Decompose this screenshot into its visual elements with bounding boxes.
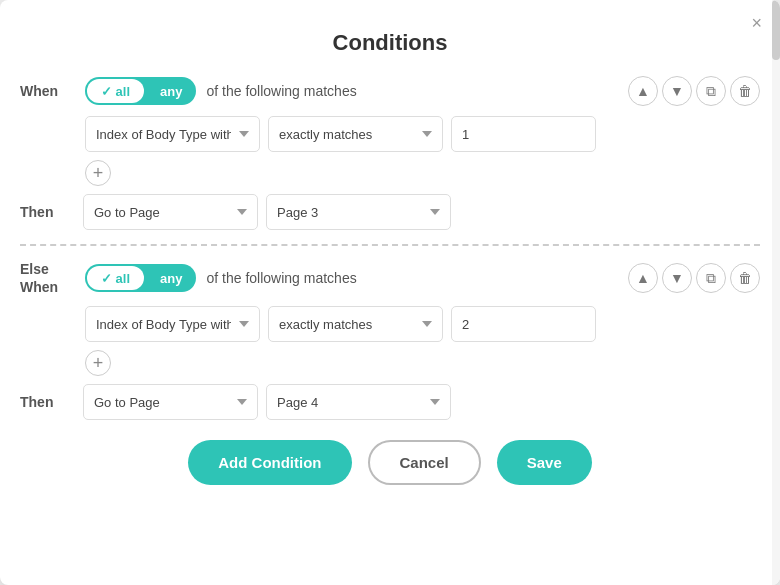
page-field-1[interactable]: Page 3 xyxy=(266,194,451,230)
down-button-1[interactable]: ▼ xyxy=(662,76,692,106)
copy-button-2[interactable]: ⧉ xyxy=(696,263,726,293)
toggle-group-1: ✓ all any xyxy=(85,77,196,105)
footer: Add Condition Cancel Save xyxy=(20,440,760,485)
cancel-button[interactable]: Cancel xyxy=(368,440,481,485)
value-field-2[interactable] xyxy=(451,306,596,342)
add-condition-plus-1[interactable]: + xyxy=(85,160,111,186)
condition-row-1: Index of Body Type with exactly matches xyxy=(20,116,760,152)
toggle-all-1[interactable]: ✓ all xyxy=(87,79,144,103)
toggle-any-2[interactable]: any xyxy=(146,264,196,292)
following-text-1: of the following matches xyxy=(206,83,618,99)
section-2-header: Else When ✓ all any of the following mat… xyxy=(20,260,760,296)
then-label-2: Then xyxy=(20,394,75,410)
section-1: When ✓ all any of the following matches … xyxy=(20,76,760,230)
icon-group-1: ▲ ▼ ⧉ 🗑 xyxy=(628,76,760,106)
section-2: Else When ✓ all any of the following mat… xyxy=(20,260,760,420)
section-1-header: When ✓ all any of the following matches … xyxy=(20,76,760,106)
then-label-1: Then xyxy=(20,204,75,220)
scrollbar-track[interactable] xyxy=(772,0,780,585)
toggle-all-2[interactable]: ✓ all xyxy=(87,266,144,290)
operator-field-2[interactable]: exactly matches xyxy=(268,306,443,342)
condition-row-2: Index of Body Type with exactly matches xyxy=(20,306,760,342)
save-button[interactable]: Save xyxy=(497,440,592,485)
when-label-1: When xyxy=(20,83,75,99)
add-row-1: + xyxy=(20,160,760,186)
up-button-1[interactable]: ▲ xyxy=(628,76,658,106)
condition-field-1[interactable]: Index of Body Type with xyxy=(85,116,260,152)
then-row-2: Then Go to Page Page 4 xyxy=(20,384,760,420)
else-when-label: Else When xyxy=(20,260,75,296)
delete-button-1[interactable]: 🗑 xyxy=(730,76,760,106)
operator-field-1[interactable]: exactly matches xyxy=(268,116,443,152)
add-row-2: + xyxy=(20,350,760,376)
toggle-group-2: ✓ all any xyxy=(85,264,196,292)
copy-button-1[interactable]: ⧉ xyxy=(696,76,726,106)
add-condition-plus-2[interactable]: + xyxy=(85,350,111,376)
following-text-2: of the following matches xyxy=(206,270,618,286)
then-row-1: Then Go to Page Page 3 xyxy=(20,194,760,230)
condition-field-2[interactable]: Index of Body Type with xyxy=(85,306,260,342)
down-button-2[interactable]: ▼ xyxy=(662,263,692,293)
value-field-1[interactable] xyxy=(451,116,596,152)
scrollbar-thumb[interactable] xyxy=(772,0,780,60)
section-divider xyxy=(20,244,760,246)
up-button-2[interactable]: ▲ xyxy=(628,263,658,293)
page-field-2[interactable]: Page 4 xyxy=(266,384,451,420)
modal-title: Conditions xyxy=(20,30,760,56)
action-field-1[interactable]: Go to Page xyxy=(83,194,258,230)
icon-group-2: ▲ ▼ ⧉ 🗑 xyxy=(628,263,760,293)
conditions-modal: × Conditions When ✓ all any of the follo… xyxy=(0,0,780,585)
close-button[interactable]: × xyxy=(751,14,762,32)
action-field-2[interactable]: Go to Page xyxy=(83,384,258,420)
toggle-any-1[interactable]: any xyxy=(146,77,196,105)
delete-button-2[interactable]: 🗑 xyxy=(730,263,760,293)
add-condition-button[interactable]: Add Condition xyxy=(188,440,351,485)
